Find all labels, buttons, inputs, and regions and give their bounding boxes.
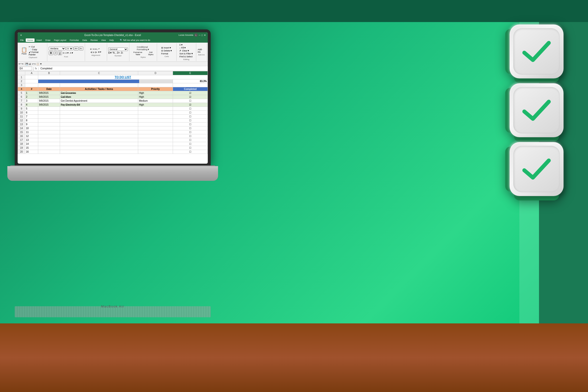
format-button[interactable]: Format xyxy=(161,52,172,55)
decimal-decrease-icon[interactable]: .0- xyxy=(120,52,123,54)
styles-label: Styles xyxy=(140,56,146,58)
underline-button[interactable]: U xyxy=(58,51,62,55)
menu-search[interactable]: 🔍 Tell me what you want to do xyxy=(118,38,152,42)
format-as-table-button[interactable]: Format as Table xyxy=(131,51,144,56)
borders-icon[interactable]: ⊞ xyxy=(63,52,65,54)
toolbar-dropdown[interactable]: ▼ xyxy=(40,63,42,65)
fill-button[interactable]: ↓ Fill▼ xyxy=(179,46,193,49)
task-name: Call Mom xyxy=(60,95,138,99)
align-top-icon[interactable]: ≡↑ xyxy=(90,48,93,50)
menu-formulas[interactable]: Formulas xyxy=(68,38,80,42)
cell-a1[interactable] xyxy=(25,75,38,80)
cell-a2[interactable] xyxy=(25,80,38,83)
font-increase-button[interactable]: A+ xyxy=(74,46,78,50)
task-name: Get Dentist Appointment xyxy=(60,99,138,103)
toolbar-btn-1[interactable]: 💾 xyxy=(26,63,28,65)
font-family-select[interactable]: Verdana xyxy=(49,47,66,50)
comma-icon[interactable]: , xyxy=(115,52,116,54)
cell-a3[interactable] xyxy=(25,83,38,87)
menu-insert[interactable]: Insert xyxy=(35,38,44,42)
task-name: Pay Electricity Bill xyxy=(60,103,138,107)
laptop-base: MacBook Air xyxy=(7,166,218,181)
excel-menu-bar: File Home Insert Draw Page Layout Formul… xyxy=(18,38,208,43)
align-bottom-icon[interactable]: ≡↓ xyxy=(95,48,98,50)
menu-draw[interactable]: Draw xyxy=(44,38,52,42)
copy-button[interactable]: 📄 Copy xyxy=(29,48,46,51)
wrap-text-icon[interactable]: ↵ xyxy=(98,48,100,50)
cut-button[interactable]: ✂ Cut xyxy=(29,46,46,48)
menu-page-layout[interactable]: Page Layout xyxy=(52,38,68,42)
table-surface xyxy=(0,324,588,392)
ribbon-group-styles: ConditionalFormatting▼ Format as Table C… xyxy=(129,43,157,61)
paste-button[interactable]: 📋 Paste xyxy=(20,46,28,55)
align-right-icon[interactable]: ⫸ xyxy=(95,51,98,54)
format-painter-button[interactable]: 🖌 Format Painter xyxy=(29,51,46,56)
fill-color-icon[interactable]: A▼ xyxy=(66,52,69,54)
decimal-increase-icon[interactable]: .0+ xyxy=(116,52,120,54)
align-middle-icon[interactable]: ≡ xyxy=(93,48,95,50)
cell-e3[interactable] xyxy=(173,83,208,87)
formula-divider: | xyxy=(33,67,34,70)
menu-view[interactable]: View xyxy=(100,38,107,42)
toolbar-btn-2[interactable]: 🖨 xyxy=(29,63,31,65)
font-decrease-button[interactable]: A- xyxy=(79,46,83,50)
task-date: 9/8/2015 xyxy=(38,91,60,95)
toolbar-btn-4[interactable]: 📋 xyxy=(36,63,39,65)
task-checkbox[interactable]: ☐ xyxy=(173,99,208,103)
clear-button[interactable]: ✗ Clear▼ xyxy=(179,50,193,52)
cell-styles-button[interactable]: Cell Styles xyxy=(146,51,155,56)
task-row-4: 8 4 9/8/2015 Pay Electricity Bill High ☑ xyxy=(18,103,208,107)
align-left-icon[interactable]: ⫷ xyxy=(90,51,92,54)
italic-button[interactable]: I xyxy=(54,51,57,55)
cell-reference-input[interactable]: E4 xyxy=(18,67,32,70)
find-select-button[interactable]: Find & Select xyxy=(179,55,193,58)
sum-button[interactable]: Σ▼ xyxy=(179,44,193,46)
delete-button[interactable]: ⊟ Delete▼ xyxy=(161,50,172,52)
menu-review[interactable]: Review xyxy=(89,38,99,42)
col-header-b[interactable]: B xyxy=(38,71,60,75)
addins-button[interactable]: Add-ins xyxy=(198,48,205,53)
currency-icon[interactable]: $▼ xyxy=(108,52,112,54)
font-color-icon[interactable]: A▼ xyxy=(70,52,74,54)
cell-b3[interactable] xyxy=(38,83,60,87)
row-num: 6 xyxy=(18,95,25,99)
close-icon[interactable]: ✕ xyxy=(204,34,206,36)
task-num: 12 xyxy=(25,134,38,138)
task-num: 8 xyxy=(25,118,38,122)
task-num: 11 xyxy=(25,130,38,134)
conditional-formatting-button[interactable]: ConditionalFormatting▼ xyxy=(137,46,150,51)
sort-filter-button[interactable]: Sort & Filter▼ xyxy=(179,52,193,55)
percent-icon[interactable]: % xyxy=(112,52,115,54)
font-size-select[interactable]: 9 xyxy=(66,47,73,50)
col-header-d[interactable]: D xyxy=(138,71,173,75)
merge-icon[interactable]: ⊞▼ xyxy=(98,51,102,54)
menu-home[interactable]: Home xyxy=(26,38,34,42)
col-header-c[interactable]: C xyxy=(60,71,138,75)
row-num: 17 xyxy=(18,138,25,142)
menu-file[interactable]: File xyxy=(18,38,25,42)
task-checkbox[interactable]: ☑ xyxy=(173,103,208,107)
task-num: 14 xyxy=(25,142,38,146)
check-box-2 xyxy=(510,83,564,137)
cell-d3[interactable] xyxy=(138,83,173,87)
align-center-icon[interactable]: ≡ xyxy=(93,51,94,54)
spreadsheet-area: A B C D E 1 TO D xyxy=(18,71,208,164)
ribbon-group-alignment: ≡↑ ≡ ≡↓ ↵ ⫷ ≡ ⫸ ⊞▼ xyxy=(85,43,107,61)
number-format-select[interactable]: General xyxy=(108,48,128,51)
formula-input[interactable]: Completed xyxy=(40,67,207,70)
menu-data[interactable]: Data xyxy=(81,38,88,42)
undo-button[interactable]: ↩ xyxy=(18,62,20,65)
menu-help[interactable]: Help xyxy=(108,38,116,42)
task-num: 3 xyxy=(25,99,38,103)
col-header-e[interactable]: E xyxy=(173,71,208,75)
bold-button[interactable]: B xyxy=(49,51,53,55)
task-checkbox[interactable]: ☑ xyxy=(173,91,208,95)
toolbar-btn-3[interactable]: ↩↪ xyxy=(32,63,36,65)
cell-c3[interactable] xyxy=(60,83,138,87)
redo-button[interactable]: ↪ xyxy=(21,62,23,65)
task-checkbox[interactable]: ☑ xyxy=(173,95,208,99)
minimize-icon[interactable]: ─ xyxy=(199,34,200,36)
maximize-icon[interactable]: □ xyxy=(202,34,203,36)
col-header-a[interactable]: A xyxy=(25,71,38,75)
insert-button[interactable]: ⊞ Insert▼ xyxy=(161,46,172,49)
